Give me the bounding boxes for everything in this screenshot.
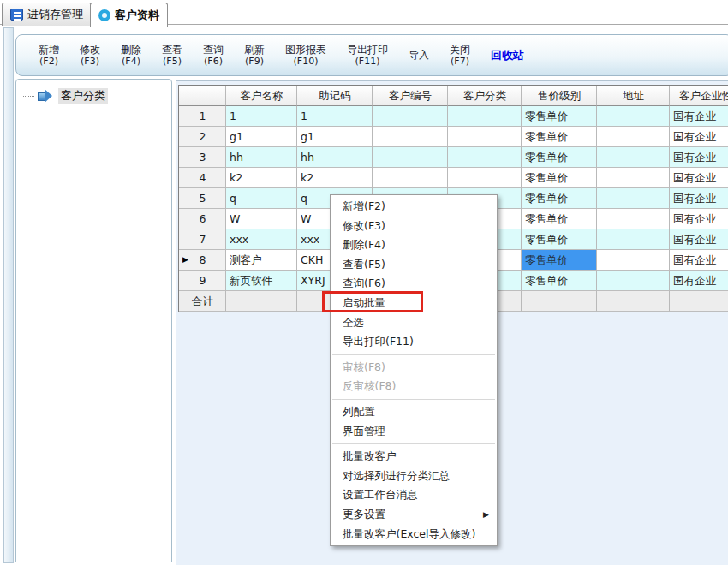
cell-name[interactable]: W [226,209,297,229]
refresh-button[interactable]: 刷新 (F9) [244,45,265,67]
cell-enterprise[interactable]: 国有企业 [670,250,728,271]
table-row[interactable]: 3 hh hh 零售单价 国有企业 [179,147,728,168]
view-button[interactable]: 查看 (F5) [162,45,182,67]
col-header-enterprise[interactable]: 客户企业性质 [670,86,728,106]
cell-price[interactable]: 零售单价 [522,229,597,250]
cell-address[interactable] [597,188,670,209]
col-header-selector[interactable] [179,86,226,106]
menu-item-batch-edit-excel[interactable]: 批量改客户(Excel导入修改) [331,525,497,544]
col-header-price[interactable]: 售价级别 [522,86,597,106]
row-selector[interactable]: 7 [179,229,226,250]
cell-address[interactable] [597,168,670,188]
row-selector[interactable]: ▶ 8 [179,250,226,271]
cell-name[interactable]: 新页软件 [226,271,297,291]
col-header-category[interactable]: 客户分类 [448,86,522,106]
row-selector[interactable]: 4 [179,168,226,188]
row-selector[interactable]: 6 [179,209,226,229]
close-button[interactable]: 关闭 (F7) [450,45,470,67]
menu-item-column-config[interactable]: 列配置 [331,402,497,422]
cell-price-selected[interactable]: 零售单价 [522,250,597,271]
edit-button[interactable]: 修改 (F3) [80,45,100,67]
row-selector[interactable]: 5 [179,188,226,209]
cell-enterprise[interactable]: 国有企业 [670,147,728,168]
cell-category[interactable] [448,147,522,168]
menu-item-select-all[interactable]: 全选 [331,313,497,333]
cell-address[interactable] [597,147,670,168]
cell-mnemonic[interactable]: k2 [297,168,373,188]
menu-item-query[interactable]: 查询(F6) [331,274,497,294]
total-cell [597,291,670,312]
row-selector[interactable]: 3 [179,147,226,168]
menu-item-more-settings[interactable]: 更多设置 ▶ [331,505,497,525]
col-header-code[interactable]: 客户编号 [373,86,448,106]
col-header-address[interactable]: 地址 [597,86,670,106]
cell-name[interactable]: hh [226,147,297,168]
cell-price[interactable]: 零售单价 [522,168,597,188]
cell-mnemonic[interactable]: 1 [297,106,373,127]
table-row[interactable]: 1 1 1 零售单价 国有企业 [179,106,728,127]
cell-address[interactable] [597,106,670,127]
query-button[interactable]: 查询 (F6) [203,45,224,67]
cell-mnemonic[interactable]: hh [297,147,373,168]
col-header-mnemonic[interactable]: 助记码 [297,86,373,106]
cell-name[interactable]: q [226,188,297,209]
menu-item-add[interactable]: 新增(F2) [331,197,497,217]
cell-price[interactable]: 零售单价 [522,127,597,147]
cell-address[interactable] [597,229,670,250]
table-row[interactable]: 4 k2 k2 零售单价 国有企业 [179,168,728,188]
cell-price[interactable]: 零售单价 [522,147,597,168]
cell-code[interactable] [373,168,448,188]
cell-name[interactable]: k2 [226,168,297,188]
tab-customer-data[interactable]: 客户资料 [90,3,168,27]
cell-name[interactable]: 测客户 [226,250,297,271]
cell-category[interactable] [448,127,522,147]
row-selector[interactable]: 2 [179,127,226,147]
menu-item-view[interactable]: 查看(F5) [331,255,497,275]
cell-enterprise[interactable]: 国有企业 [670,271,728,291]
menu-item-delete[interactable]: 删除(F4) [331,235,497,255]
add-button[interactable]: 新增 (F2) [39,45,59,67]
cell-price[interactable]: 零售单价 [522,106,597,127]
cell-code[interactable] [373,147,448,168]
delete-button[interactable]: 删除 (F4) [121,45,141,67]
cell-category[interactable] [448,168,522,188]
cell-code[interactable] [373,127,448,147]
tree-node-customer-category[interactable]: 客户分类 [23,88,108,104]
cell-name[interactable]: g1 [226,127,297,147]
cell-enterprise[interactable]: 国有企业 [670,209,728,229]
cell-name[interactable]: 1 [226,106,297,127]
cell-name[interactable]: xxx [226,229,297,250]
menu-item-start-batch[interactable]: 启动批量 [331,294,497,313]
cell-category[interactable] [448,106,522,127]
cell-enterprise[interactable]: 国有企业 [670,106,728,127]
row-selector[interactable]: 1 [179,106,226,127]
menu-item-batch-edit-customer[interactable]: 批量改客户 [331,447,497,467]
cell-price[interactable]: 零售单价 [522,271,597,291]
cell-address[interactable] [597,127,670,147]
cell-enterprise[interactable]: 国有企业 [670,188,728,209]
col-header-name[interactable]: 客户名称 [226,86,297,106]
chart-report-button[interactable]: 图形报表 (F10) [285,45,326,67]
cell-enterprise[interactable]: 国有企业 [670,229,728,250]
row-selector[interactable]: 9 [179,271,226,291]
menu-item-workbench-message[interactable]: 设置工作台消息 [331,485,497,505]
menu-item-export-print[interactable]: 导出打印(F11) [331,332,497,352]
cell-address[interactable] [597,209,670,229]
cell-enterprise[interactable]: 国有企业 [670,168,728,188]
tab-inventory-management[interactable]: 进销存管理 [2,3,92,26]
cell-mnemonic[interactable]: g1 [297,127,373,147]
export-print-button[interactable]: 导出打印 (F11) [347,45,388,67]
left-splitter-strip[interactable] [3,27,14,563]
cell-address[interactable] [597,250,670,271]
cell-address[interactable] [597,271,670,291]
cell-enterprise[interactable]: 国有企业 [670,127,728,147]
recycle-bin-button[interactable]: 回收站 [491,50,524,61]
table-row[interactable]: 2 g1 g1 零售单价 国有企业 [179,127,728,147]
import-button[interactable]: 导入 [409,50,429,61]
menu-item-group-summary[interactable]: 对选择列进行分类汇总 [331,467,497,486]
cell-price[interactable]: 零售单价 [522,188,597,209]
cell-code[interactable] [373,106,448,127]
cell-price[interactable]: 零售单价 [522,209,597,229]
menu-item-edit[interactable]: 修改(F3) [331,217,497,236]
menu-item-ui-management[interactable]: 界面管理 [331,422,497,442]
